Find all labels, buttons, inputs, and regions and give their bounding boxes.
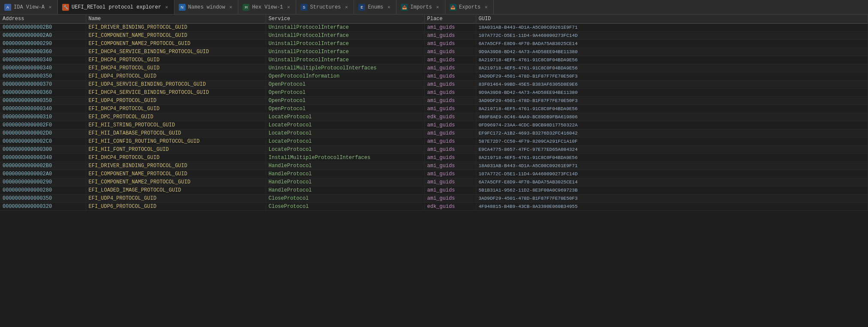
cell-guid: 480F8AE9-0C46-4AA9-BC89DB9FBA619806	[476, 113, 868, 121]
table-row[interactable]: 00000000000002B0EFI_DRIVER_BINDING_PROTO…	[0, 24, 868, 32]
table-row[interactable]: 0000000000000360EFI_DHCP4_SERVICE_BINDIN…	[0, 48, 868, 56]
cell-addr: 0000000000000350	[0, 97, 86, 105]
enums-icon: E	[358, 4, 365, 11]
cell-guid: E9CA4775-8657-47FC-97E77ED65A084324	[476, 146, 868, 154]
cell-place: ami_guids	[424, 186, 476, 195]
cell-place: ami_guids	[424, 32, 476, 40]
cell-name: EFI_DHCP4_SERVICE_BINDING_PROTOCOL_GUID	[86, 48, 266, 56]
cell-guid: 4F948815-B4B9-43CB-8A3390E060B34955	[476, 203, 868, 211]
table-row[interactable]: 0000000000000300EFI_HII_FONT_PROTOCOL_GU…	[0, 146, 868, 154]
enums-close[interactable]: ✕	[386, 4, 392, 10]
table-row[interactable]: 0000000000000290EFI_COMPONENT_NAME2_PROT…	[0, 178, 868, 186]
cell-guid: 9D9A39D8-BD42-4A73-A4D58EE94BE11380	[476, 89, 868, 97]
cell-place: ami_guids	[424, 138, 476, 146]
cell-guid: EF9FC172-A1B2-4693-B3276D32FC416042	[476, 129, 868, 138]
cell-place: ami_guids	[424, 64, 476, 72]
tab-names-window[interactable]: NNames window✕	[174, 0, 238, 14]
cell-service: OpenProtocolInformation	[266, 72, 424, 81]
table-row[interactable]: 0000000000000350EFI_UDP4_PROTOCOL_GUIDOp…	[0, 72, 868, 81]
hex-view-1-close[interactable]: ✕	[285, 4, 291, 10]
table-row[interactable]: 00000000000002F0EFI_HII_STRING_PROTOCOL_…	[0, 121, 868, 129]
imports-close[interactable]: ✕	[435, 4, 441, 10]
table-row[interactable]: 00000000000002A0EFI_COMPONENT_NAME_PROTO…	[0, 170, 868, 178]
cell-name: EFI_COMPONENT_NAME2_PROTOCOL_GUID	[86, 40, 266, 48]
cell-addr: 0000000000000360	[0, 89, 86, 97]
exports-close[interactable]: ✕	[483, 4, 489, 10]
cell-addr: 0000000000000340	[0, 64, 86, 72]
cell-service: InstallMultipleProtocolInterfaces	[266, 154, 424, 162]
cell-addr: 0000000000000290	[0, 40, 86, 48]
cell-service: OpenProtocol	[266, 89, 424, 97]
tab-imports[interactable]: 📥Imports✕	[396, 0, 445, 14]
table-body: 00000000000002B0EFI_DRIVER_BINDING_PROTO…	[0, 24, 868, 211]
table-row[interactable]: 0000000000000350EFI_UDP4_PROTOCOL_GUIDOp…	[0, 97, 868, 105]
tab-enums[interactable]: EEnums✕	[354, 0, 396, 14]
cell-name: EFI_UDP4_PROTOCOL_GUID	[86, 97, 266, 105]
table-row[interactable]: 00000000000002B0EFI_DRIVER_BINDING_PROTO…	[0, 162, 868, 170]
table-row[interactable]: 0000000000000290EFI_COMPONENT_NAME2_PROT…	[0, 40, 868, 48]
hex-view-1-icon: H	[243, 4, 249, 11]
cell-place: ami_guids	[424, 121, 476, 129]
cell-place: ami_guids	[424, 146, 476, 154]
table-row[interactable]: 0000000000000340EFI_DHCP4_PROTOCOL_GUIDU…	[0, 56, 868, 64]
tab-ida-view-a[interactable]: AIDA View-A✕	[0, 0, 58, 14]
cell-name: EFI_UDP4_PROTOCOL_GUID	[86, 195, 266, 203]
cell-guid: 8A219718-4EF5-4761-91C8C0F04BDA9E56	[476, 64, 868, 72]
cell-name: EFI_HII_FONT_PROTOCOL_GUID	[86, 146, 266, 154]
cell-addr: 0000000000000340	[0, 154, 86, 162]
cell-addr: 00000000000002A0	[0, 170, 86, 178]
table-row[interactable]: 0000000000000320EFI_UDP6_PROTOCOL_GUIDCl…	[0, 203, 868, 211]
table-row[interactable]: 00000000000002D0EFI_HII_DATABASE_PROTOCO…	[0, 129, 868, 138]
cell-guid: 587E72D7-CC50-4F79-8209CA291FC1A10F	[476, 138, 868, 146]
exports-icon: 📤	[450, 4, 457, 11]
uefi-retool-close[interactable]: ✕	[164, 4, 170, 10]
ida-view-a-icon: A	[4, 4, 11, 11]
cell-name: EFI_UDP6_PROTOCOL_GUID	[86, 203, 266, 211]
cell-service: LocateProtocol	[266, 146, 424, 154]
cell-service: UninstallProtocolInterface	[266, 48, 424, 56]
table-row[interactable]: 0000000000000340EFI_DHCP4_PROTOCOL_GUIDI…	[0, 154, 868, 162]
table-row[interactable]: 0000000000000340EFI_DHCP4_PROTOCOL_GUIDU…	[0, 64, 868, 72]
table-row[interactable]: 00000000000002C0EFI_HII_CONFIG_ROUTING_P…	[0, 138, 868, 146]
table-row[interactable]: 0000000000000340EFI_DHCP4_PROTOCOL_GUIDO…	[0, 105, 868, 113]
table-row[interactable]: 0000000000000350EFI_UDP4_PROTOCOL_GUIDCl…	[0, 195, 868, 203]
table-row[interactable]: 0000000000000360EFI_DHCP4_SERVICE_BINDIN…	[0, 89, 868, 97]
cell-place: ami_guids	[424, 56, 476, 64]
col-header-address: Address	[0, 15, 86, 24]
cell-guid: 9D9A39D8-BD42-4A73-A4D58EE94BE11380	[476, 48, 868, 56]
cell-name: EFI_DHCP4_PROTOCOL_GUID	[86, 64, 266, 72]
cell-service: UninstallProtocolInterface	[266, 40, 424, 48]
cell-name: EFI_DHCP4_PROTOCOL_GUID	[86, 56, 266, 64]
tab-uefi-retool[interactable]: 🔧UEFI_RETool protocol explorer✕	[58, 0, 174, 14]
table-row[interactable]: 0000000000000310EFI_DPC_PROTOCOL_GUIDLoc…	[0, 113, 868, 121]
cell-addr: 0000000000000290	[0, 178, 86, 186]
cell-service: LocateProtocol	[266, 121, 424, 129]
cell-guid: 18A031AB-B443-4D1A-A5C00C09261E9F71	[476, 162, 868, 170]
cell-place: edk_guids	[424, 113, 476, 121]
cell-addr: 0000000000000310	[0, 113, 86, 121]
col-header-service: Service	[266, 15, 424, 24]
names-window-close[interactable]: ✕	[228, 4, 234, 10]
cell-guid: 83F01464-99BD-45E5-B383AF6305D8E9E6	[476, 81, 868, 89]
structures-label: Structures	[310, 4, 341, 10]
tab-hex-view-1[interactable]: HHex View-1✕	[238, 0, 296, 14]
table-container[interactable]: AddressNameServicePlaceGUID 000000000000…	[0, 15, 868, 327]
cell-addr: 00000000000002C0	[0, 138, 86, 146]
tab-exports[interactable]: 📤Exports✕	[445, 0, 494, 14]
cell-place: ami_guids	[424, 89, 476, 97]
table-row[interactable]: 00000000000002A0EFI_COMPONENT_NAME_PROTO…	[0, 32, 868, 40]
col-header-guid: GUID	[476, 15, 868, 24]
cell-place: ami_guids	[424, 24, 476, 32]
cell-addr: 0000000000000350	[0, 195, 86, 203]
cell-service: HandleProtocol	[266, 186, 424, 195]
cell-guid: 107A772C-D5E1-11D4-9A460090273FC14D	[476, 170, 868, 178]
ida-view-a-close[interactable]: ✕	[47, 4, 53, 10]
cell-name: EFI_UDP4_PROTOCOL_GUID	[86, 72, 266, 81]
cell-name: EFI_DRIVER_BINDING_PROTOCOL_GUID	[86, 24, 266, 32]
table-row[interactable]: 0000000000000370EFI_UDP4_SERVICE_BINDING…	[0, 81, 868, 89]
table-row[interactable]: 0000000000000280EFI_LOADED_IMAGE_PROTOCO…	[0, 186, 868, 195]
tab-structures[interactable]: SStructures✕	[296, 0, 354, 14]
cell-addr: 00000000000002D0	[0, 129, 86, 138]
structures-close[interactable]: ✕	[343, 4, 349, 10]
cell-name: EFI_HII_DATABASE_PROTOCOL_GUID	[86, 129, 266, 138]
